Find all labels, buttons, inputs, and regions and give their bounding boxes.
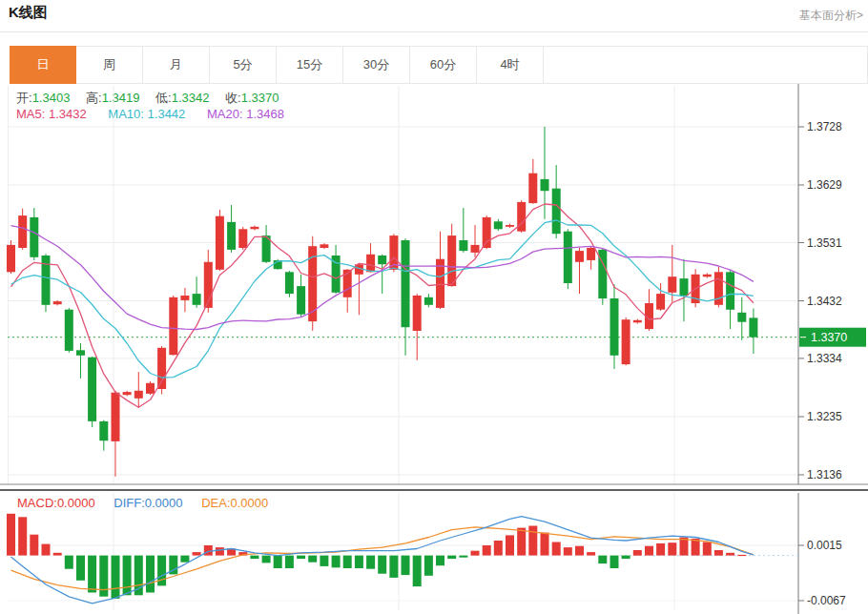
svg-text:1.3235: 1.3235 <box>807 410 842 423</box>
macd-bar-negative <box>146 556 155 593</box>
macd-bar-negative <box>598 556 607 564</box>
macd-bar-negative <box>622 556 630 560</box>
diff-readout: DIFF:0.0000 <box>114 496 182 510</box>
candle-down <box>737 313 746 322</box>
candle-down <box>297 286 305 315</box>
svg-text:1.3370: 1.3370 <box>811 331 847 344</box>
candle-up <box>53 301 62 304</box>
macd-bar-positive <box>714 550 723 556</box>
macd-bar-negative <box>112 556 120 599</box>
macd-bar-negative <box>366 556 375 569</box>
candle-down <box>378 256 386 264</box>
macd-bar-negative <box>65 556 73 569</box>
macd-bar-positive <box>737 555 746 556</box>
macd-bar-positive <box>471 551 480 556</box>
candle-down <box>552 189 561 235</box>
candle-up <box>668 276 676 293</box>
candle-up <box>112 393 120 441</box>
current-price-badge: 1.3370 <box>799 328 866 347</box>
candle-down <box>285 272 294 294</box>
svg-text:1.3629: 1.3629 <box>807 178 842 192</box>
macd-bar-negative <box>123 556 132 596</box>
candle-up <box>447 235 456 286</box>
macd-bar-negative <box>378 556 386 574</box>
candle-down <box>610 298 619 356</box>
candle-up <box>320 244 328 248</box>
macd-bar-negative <box>389 556 398 578</box>
macd-readout: MACD:0.0000 <box>17 496 95 510</box>
candle-up <box>366 255 375 273</box>
macd-bar-negative <box>424 556 433 576</box>
macd-bar-positive <box>216 547 224 556</box>
candle-down <box>749 317 757 337</box>
macd-histogram <box>7 514 746 599</box>
candles <box>7 127 757 477</box>
macd-bar-negative <box>447 556 456 560</box>
kline-widget: K线图 基本面分析> 日 周 月 5分 15分 30分 60分 4时 开:1.3… <box>0 0 868 614</box>
macd-bar-positive <box>668 542 676 555</box>
macd-legend: MACD:0.0000 DIFF:0.0000 DEA:0.0000 <box>17 496 283 510</box>
candle-down <box>459 240 467 251</box>
macd-bar-negative <box>402 556 410 576</box>
macd-bar-negative <box>76 556 85 581</box>
macd-bar-positive <box>703 542 712 556</box>
svg-text:1.3136: 1.3136 <box>807 468 842 481</box>
candle-down <box>227 222 236 250</box>
macd-bar-positive <box>633 550 642 556</box>
candle-down <box>76 350 85 356</box>
candle-up <box>506 225 514 227</box>
macd-bar-positive <box>645 546 653 556</box>
candle-up <box>134 391 143 399</box>
candle-up <box>633 320 642 323</box>
candlestick-chart-canvas[interactable]: 1.37281.36291.35311.34321.33341.32351.31… <box>0 0 868 614</box>
macd-bar-negative <box>297 556 305 560</box>
ma10-line <box>11 220 754 378</box>
macd-bar-positive <box>193 552 201 556</box>
macd-bar-positive <box>18 517 27 555</box>
macd-bar-negative <box>320 556 328 566</box>
macd-bar-negative <box>180 556 189 563</box>
macd-bar-negative <box>274 556 282 568</box>
candle-up <box>471 245 480 253</box>
macd-bar-negative <box>88 556 96 593</box>
ma5-line <box>11 204 754 407</box>
candle-down <box>88 358 96 421</box>
candle-up <box>169 297 177 355</box>
price-y-axis: 1.37281.36291.35311.34321.33341.32351.31… <box>798 120 842 481</box>
macd-bar-positive <box>42 544 51 556</box>
candle-up <box>528 174 537 203</box>
svg-text:1.3334: 1.3334 <box>807 352 842 365</box>
macd-bar-positive <box>587 552 595 556</box>
candle-up <box>216 216 224 270</box>
candle-down <box>494 221 503 229</box>
candle-up <box>7 245 15 272</box>
macd-bar-positive <box>656 543 665 556</box>
gridlines <box>8 86 798 610</box>
candle-up <box>180 296 189 300</box>
macd-bar-positive <box>726 553 734 556</box>
svg-text:1.3531: 1.3531 <box>807 236 842 250</box>
macd-bar-negative <box>285 556 294 568</box>
macd-bar-positive <box>204 545 213 556</box>
macd-bar-negative <box>332 556 341 568</box>
macd-bar-positive <box>53 553 62 556</box>
macd-bar-positive <box>30 535 38 556</box>
macd-bar-positive <box>564 547 572 556</box>
macd-bar-negative <box>355 556 363 568</box>
candle-up <box>157 348 166 389</box>
macd-bar-negative <box>459 556 467 558</box>
candle-down <box>680 278 689 296</box>
svg-text:1.3432: 1.3432 <box>807 295 842 308</box>
candle-up <box>250 227 258 230</box>
macd-bar-negative <box>610 556 619 568</box>
macd-bar-negative <box>436 556 444 566</box>
macd-bar-positive <box>494 541 503 556</box>
candle-down <box>42 256 51 305</box>
macd-bar-negative <box>308 556 317 563</box>
macd-bar-positive <box>541 533 549 556</box>
macd-bar-negative <box>343 556 352 568</box>
macd-bar-positive <box>552 542 561 556</box>
candle-down <box>726 272 734 310</box>
candle-down <box>402 240 410 327</box>
macd-bar-positive <box>517 528 526 556</box>
